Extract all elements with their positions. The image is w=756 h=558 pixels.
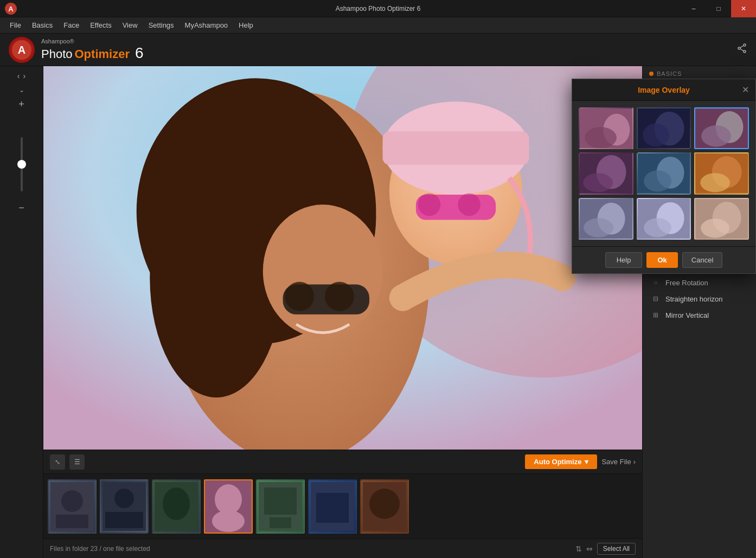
- zoom-slider[interactable]: [21, 137, 23, 191]
- menu-help[interactable]: Help: [233, 19, 259, 31]
- filmstrip-thumb-5[interactable]: [256, 479, 305, 534]
- thumb-image-7: [361, 480, 408, 533]
- filmstrip-thumb-1[interactable]: [48, 479, 97, 534]
- minimize-button[interactable]: –: [681, 0, 706, 17]
- save-file-label: Save File: [601, 458, 631, 466]
- svg-rect-30: [105, 512, 143, 528]
- thumb-image-6: [309, 480, 356, 533]
- overlay-thumb-6[interactable]: [694, 152, 749, 194]
- menu-bar: File Basics Face Effects View Settings M…: [0, 17, 756, 34]
- dialog-body: [572, 101, 755, 246]
- zoom-out-button[interactable]: −: [18, 202, 24, 214]
- select-all-button[interactable]: Select All: [597, 543, 636, 555]
- mirror-vertical-item[interactable]: ⊞ Mirror Vertical: [643, 307, 756, 323]
- free-rotation-item[interactable]: ○ Free Rotation: [643, 274, 756, 291]
- overlay-thumb-4[interactable]: [579, 152, 633, 194]
- svg-rect-27: [56, 515, 88, 528]
- straighten-horizon-item[interactable]: ⊟ Straighten horizon: [643, 291, 756, 307]
- filmstrip-thumb-6[interactable]: [308, 479, 357, 534]
- auto-optimize-dropdown-icon: ▾: [585, 458, 588, 466]
- svg-rect-40: [316, 493, 349, 523]
- overlay-thumb-7[interactable]: [579, 198, 633, 240]
- app-name: Photo Optimizer 6: [41, 44, 144, 62]
- menu-effects[interactable]: Effects: [85, 19, 117, 31]
- cancel-button[interactable]: Cancel: [682, 252, 722, 268]
- dialog-close-button[interactable]: ✕: [739, 84, 751, 95]
- ok-button[interactable]: Ok: [646, 252, 677, 268]
- svg-point-61: [644, 171, 671, 192]
- svg-point-4: [744, 44, 746, 46]
- app-name-photo: Photo: [41, 47, 73, 61]
- zoom-in-button[interactable]: +: [18, 99, 24, 110]
- sort-icon[interactable]: ⇅: [575, 544, 582, 553]
- mirror-vertical-label: Mirror Vertical: [665, 311, 709, 319]
- svg-point-64: [700, 174, 730, 193]
- svg-point-29: [114, 489, 134, 508]
- overlay-thumb-9[interactable]: [694, 198, 749, 240]
- svg-point-35: [212, 510, 245, 532]
- left-panel: ‹ › ⌄ + −: [0, 66, 43, 558]
- svg-point-52: [643, 123, 669, 146]
- overlay-thumb-1[interactable]: [579, 107, 633, 149]
- overlay-thumbnail-grid: [579, 107, 749, 240]
- menu-file[interactable]: File: [4, 19, 27, 31]
- menu-face[interactable]: Face: [58, 19, 85, 31]
- svg-point-55: [701, 125, 731, 146]
- app-logo: A: [9, 37, 35, 63]
- view-icon[interactable]: ⇔: [586, 544, 593, 553]
- svg-point-13: [150, 158, 283, 398]
- overlay-thumb-8[interactable]: [637, 198, 691, 240]
- share-button[interactable]: [736, 43, 747, 56]
- svg-point-58: [583, 174, 613, 193]
- straighten-horizon-label: Straighten horizon: [665, 295, 723, 303]
- app-name-optimizer: Optimizer: [75, 47, 130, 61]
- overlay-thumb-5[interactable]: [637, 152, 691, 194]
- free-rotation-icon: ○: [651, 278, 660, 287]
- window-title: Ashampoo Photo Optimizer 6: [336, 5, 421, 12]
- dialog-title: Image Overlay: [638, 86, 690, 94]
- menu-myashampoo[interactable]: MyAshampoo: [180, 19, 233, 31]
- svg-rect-38: [270, 517, 291, 528]
- mirror-vertical-icon: ⊞: [651, 311, 660, 319]
- thumb-image-1: [49, 480, 95, 533]
- close-button[interactable]: ✕: [731, 0, 756, 17]
- status-right: ⇅ ⇔ Select All: [575, 543, 636, 555]
- status-bar: Files in folder 23 / one file selected ⇅…: [43, 538, 642, 558]
- svg-text:A: A: [18, 44, 25, 56]
- overlay-thumb-2[interactable]: [637, 107, 691, 149]
- svg-point-73: [701, 219, 729, 238]
- svg-rect-21: [383, 131, 529, 164]
- nav-right-icon[interactable]: ›: [23, 72, 26, 80]
- svg-point-70: [644, 218, 671, 237]
- save-file-button[interactable]: Save File ›: [601, 458, 636, 466]
- menu-view[interactable]: View: [117, 19, 143, 31]
- thumbnail-toggle-button[interactable]: ☰: [69, 454, 85, 470]
- svg-point-23: [418, 194, 441, 216]
- thumb-image-2: [101, 480, 148, 533]
- menu-settings[interactable]: Settings: [143, 19, 180, 31]
- svg-point-34: [215, 484, 242, 515]
- svg-text:A: A: [8, 5, 14, 13]
- filmstrip-thumb-4[interactable]: [204, 479, 253, 534]
- svg-line-8: [740, 49, 744, 51]
- status-text: Files in folder 23 / one file selected: [50, 545, 150, 553]
- filmstrip: [43, 473, 642, 538]
- nav-down-icon[interactable]: ⌄: [19, 85, 24, 94]
- nav-left-icon[interactable]: ‹: [17, 72, 20, 80]
- auto-optimize-button[interactable]: Auto Optimize ▾: [525, 454, 597, 469]
- expand-button[interactable]: ⤡: [50, 454, 65, 470]
- svg-point-17: [285, 282, 314, 311]
- help-button[interactable]: Help: [605, 252, 643, 268]
- menu-basics[interactable]: Basics: [27, 19, 58, 31]
- image-overlay-dialog: Image Overlay ✕: [572, 79, 756, 274]
- filmstrip-thumb-7[interactable]: [360, 479, 409, 534]
- filmstrip-thumb-2[interactable]: [100, 479, 149, 534]
- nav-arrows: ‹ ›: [17, 72, 25, 80]
- zoom-handle[interactable]: [17, 160, 26, 169]
- overlay-thumb-3[interactable]: [694, 107, 749, 149]
- maximize-button[interactable]: □: [706, 0, 731, 17]
- thumb-image-4: [205, 480, 252, 533]
- svg-point-26: [61, 490, 83, 512]
- filmstrip-thumb-3[interactable]: [152, 479, 201, 534]
- svg-point-18: [325, 282, 354, 311]
